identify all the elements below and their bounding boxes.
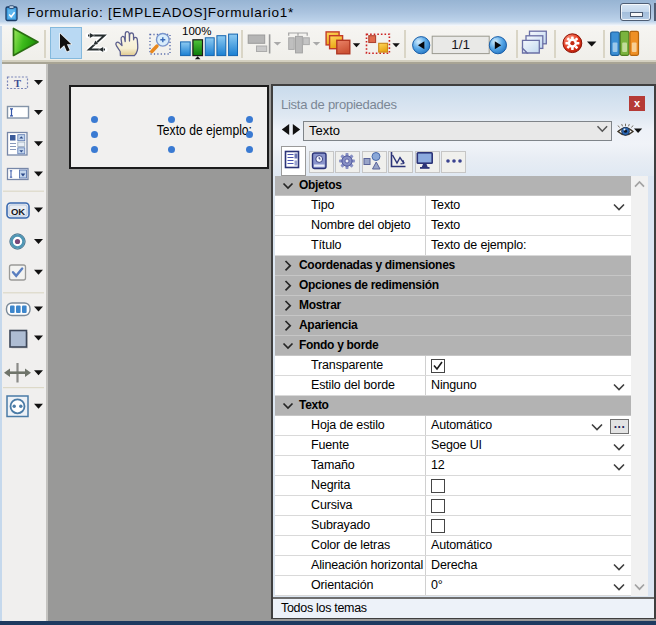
svg-text:OK: OK bbox=[11, 206, 25, 217]
svg-text:T: T bbox=[14, 78, 21, 89]
svg-text:1/1: 1/1 bbox=[451, 37, 470, 52]
svg-text:100%: 100% bbox=[182, 25, 211, 37]
